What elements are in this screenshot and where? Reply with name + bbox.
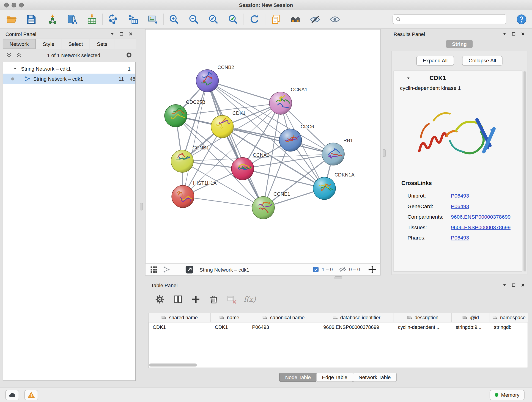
tree-expand-all-button[interactable] bbox=[16, 52, 22, 58]
control-panel-float-button[interactable] bbox=[119, 32, 124, 36]
tree-collapse-all-button[interactable] bbox=[6, 52, 12, 58]
crosslink-link[interactable]: P06493 bbox=[451, 203, 469, 209]
zoom-in-button[interactable] bbox=[167, 12, 181, 27]
node-RB1[interactable] bbox=[322, 143, 345, 165]
hide-selected-button[interactable] bbox=[308, 12, 323, 27]
table-panel-float-button[interactable] bbox=[511, 283, 516, 288]
tab-network[interactable]: Network bbox=[3, 39, 36, 49]
node-table: shared namenamecanonical namedatabase id… bbox=[148, 313, 528, 368]
crosslink-link[interactable]: P06493 bbox=[451, 192, 469, 199]
zoom-fit-button[interactable] bbox=[206, 12, 221, 27]
results-panel-float-button[interactable] bbox=[511, 32, 516, 36]
gene-disclosure-button[interactable] bbox=[406, 76, 411, 80]
cybrowser-home-button[interactable] bbox=[288, 12, 303, 27]
new-network-from-table-button[interactable] bbox=[126, 12, 140, 27]
tab-sets[interactable]: Sets bbox=[90, 39, 114, 49]
table-panel-close-button[interactable] bbox=[520, 283, 525, 288]
share-blue-icon bbox=[25, 76, 31, 82]
node-CCNE1[interactable] bbox=[252, 196, 274, 219]
zoom-selected-button[interactable] bbox=[226, 12, 241, 27]
help-button[interactable] bbox=[516, 14, 527, 25]
tab-select[interactable]: Select bbox=[62, 39, 90, 49]
save-session-button[interactable] bbox=[24, 12, 39, 27]
edge-CCNB2-HIST1H1A[interactable] bbox=[183, 81, 207, 196]
import-network-from-database-button[interactable] bbox=[65, 12, 80, 27]
crosslink-link[interactable]: P06493 bbox=[451, 235, 469, 241]
duplicate-annotation-button[interactable] bbox=[268, 12, 283, 27]
open-session-button[interactable] bbox=[4, 12, 19, 27]
tab-node-table[interactable]: Node Table bbox=[279, 373, 317, 382]
edge-CCNB2-CCNE1[interactable] bbox=[207, 81, 263, 208]
function-builder-button[interactable]: f(x) bbox=[243, 293, 256, 306]
column-header-shared-name[interactable]: shared name bbox=[149, 313, 211, 322]
table-row[interactable]: CDK1CDK1P064939606.ENSP00000378699cyclin… bbox=[149, 322, 528, 332]
show-columns-button[interactable] bbox=[171, 293, 184, 306]
close-x-icon bbox=[520, 283, 525, 288]
search-box[interactable] bbox=[393, 14, 506, 24]
crosslink-link[interactable]: 9606.ENSP00000378699 bbox=[451, 224, 510, 230]
network-options-gear-button[interactable] bbox=[126, 51, 133, 58]
splitter-handle[interactable] bbox=[335, 276, 342, 279]
node-CDC25B[interactable] bbox=[165, 104, 187, 127]
new-network-button[interactable] bbox=[106, 12, 121, 27]
column-header-canonical-name[interactable]: canonical name bbox=[248, 313, 319, 322]
gene-card-header[interactable]: CDK1 bbox=[394, 71, 522, 85]
node-CCNA1[interactable] bbox=[269, 92, 292, 114]
warnings-button[interactable] bbox=[25, 390, 38, 400]
zoom-out-button[interactable] bbox=[186, 12, 201, 27]
column-header-description[interactable]: description bbox=[394, 313, 452, 322]
window-titlebar[interactable]: Session: New Session bbox=[0, 0, 532, 10]
node-CDKN1A[interactable] bbox=[313, 177, 336, 200]
tab-string[interactable]: String bbox=[446, 40, 473, 48]
hidden-elements-icon[interactable] bbox=[339, 266, 346, 274]
search-input[interactable] bbox=[404, 17, 503, 22]
expand-all-button[interactable]: Expand All bbox=[416, 56, 454, 65]
tab-network-table[interactable]: Network Table bbox=[353, 373, 397, 382]
collapse-all-button[interactable]: Collapse All bbox=[462, 56, 502, 65]
table-settings-button[interactable] bbox=[153, 293, 167, 306]
open-in-new-window-button[interactable] bbox=[185, 265, 194, 274]
crosslink-link[interactable]: 9606.ENSP00000378699 bbox=[451, 214, 510, 220]
import-table-from-file-button[interactable] bbox=[85, 12, 99, 27]
control-panel-close-button[interactable] bbox=[128, 32, 133, 36]
results-panel-menu-button[interactable] bbox=[502, 32, 507, 36]
pan-crosshair-button[interactable] bbox=[368, 265, 376, 274]
splitter-handle[interactable] bbox=[383, 149, 386, 157]
delete-columns-button[interactable] bbox=[207, 293, 220, 306]
network-collection-row[interactable]: String Network – cdk1 1 bbox=[3, 64, 135, 74]
node-CDK1[interactable] bbox=[211, 115, 234, 138]
table-horizontal-scrollbar[interactable] bbox=[149, 364, 197, 366]
column-header-name[interactable]: name bbox=[211, 313, 248, 322]
edge-CCNB2-CCNA1[interactable] bbox=[207, 81, 281, 103]
show-all-button[interactable] bbox=[327, 12, 342, 27]
edge-HIST1H1A-CCNE1[interactable] bbox=[183, 196, 263, 208]
network-row[interactable]: String Network – cdk1 11 48 bbox=[3, 74, 135, 84]
birdseye-view-button[interactable] bbox=[162, 265, 171, 274]
network-graph-svg[interactable]: CCNB2CCNA1CDC25BCDK1CDC6RB1CCNB1CCNA2CDK… bbox=[146, 30, 380, 263]
control-panel-menu-button[interactable] bbox=[110, 32, 115, 36]
collection-disclosure-icon[interactable] bbox=[13, 67, 17, 70]
tab-edge-table[interactable]: Edge Table bbox=[316, 373, 353, 382]
refresh-button[interactable] bbox=[247, 12, 262, 27]
node-CCNB2[interactable] bbox=[196, 70, 219, 92]
node-CDC6[interactable] bbox=[279, 129, 302, 152]
node-CCNA2[interactable] bbox=[231, 157, 254, 180]
node-CCNB1[interactable] bbox=[171, 150, 193, 172]
memory-button[interactable]: Memory bbox=[490, 390, 525, 400]
selected-elements-checkbox[interactable] bbox=[312, 266, 319, 273]
grid-layout-button[interactable] bbox=[150, 265, 158, 274]
cloud-status-button[interactable] bbox=[6, 390, 19, 400]
table-panel-menu-button[interactable] bbox=[502, 283, 507, 288]
splitter-handle[interactable] bbox=[140, 203, 143, 211]
import-network-from-file-button[interactable] bbox=[45, 12, 60, 27]
export-image-button[interactable] bbox=[145, 12, 160, 27]
column-header-database-identifier[interactable]: database identifier bbox=[319, 313, 394, 322]
results-scrollbar-thumb[interactable] bbox=[524, 71, 526, 271]
column-header-id[interactable]: @id bbox=[452, 313, 490, 322]
column-header-namespace[interactable]: namespace bbox=[490, 313, 528, 322]
node-HIST1H1A[interactable] bbox=[172, 185, 195, 208]
results-scrollbar[interactable] bbox=[523, 70, 526, 272]
tab-style[interactable]: Style bbox=[36, 39, 62, 49]
results-panel-close-button[interactable] bbox=[520, 32, 525, 36]
create-column-button[interactable] bbox=[189, 293, 203, 306]
